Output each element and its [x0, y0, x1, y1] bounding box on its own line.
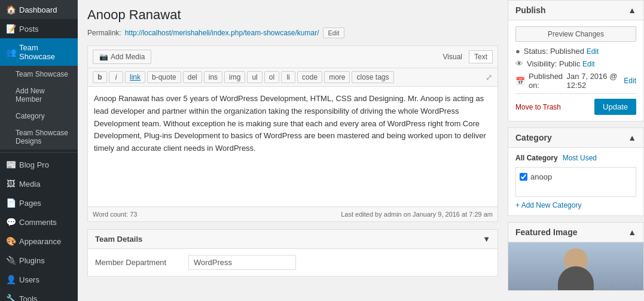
featured-image-preview: [508, 242, 643, 290]
post-title: Anoop Ranawat: [87, 7, 498, 23]
expand-icon[interactable]: ⤢: [486, 72, 493, 82]
comments-icon: 💬: [6, 217, 16, 227]
permalink-edit-button[interactable]: Edit: [323, 28, 345, 38]
update-button[interactable]: Update: [594, 99, 636, 115]
team-details-content: Member Department: [88, 249, 498, 276]
category-label-anoop: anoop: [530, 172, 552, 181]
dashboard-icon: 🏠: [6, 5, 16, 14]
format-bquote[interactable]: b-quote: [147, 71, 181, 83]
preview-changes-button[interactable]: Preview Changes: [515, 26, 636, 42]
calendar-icon: 📅: [515, 77, 525, 86]
publish-status-row: ● Status: Published Edit: [515, 47, 636, 56]
users-icon: 👤: [6, 275, 16, 284]
format-bold[interactable]: b: [93, 71, 107, 83]
category-panel-header[interactable]: Category ▲: [508, 128, 643, 148]
visibility-label: Visibility:: [527, 59, 557, 68]
sidebar-item-tools[interactable]: 🔧 Tools: [0, 289, 78, 301]
editor-toolbar-top: 📷 Add Media Visual Text: [88, 46, 498, 68]
sidebar-divider: [0, 152, 78, 153]
move-trash-link[interactable]: Move to Trash: [515, 103, 561, 111]
publish-panel: Publish ▲ Preview Changes ● Status: Publ…: [508, 0, 644, 121]
cat-tab-all[interactable]: All Category: [515, 154, 558, 162]
sidebar-item-plugins[interactable]: 🔌 Plugins: [0, 251, 78, 270]
cat-tab-most-used[interactable]: Most Used: [563, 154, 597, 162]
format-del[interactable]: del: [183, 71, 202, 83]
tools-icon: 🔧: [6, 294, 16, 301]
tab-visual[interactable]: Visual: [438, 50, 468, 63]
publish-title: Publish: [515, 5, 546, 15]
format-ul[interactable]: ul: [247, 71, 262, 83]
format-code[interactable]: code: [297, 71, 322, 83]
right-sidebar: Publish ▲ Preview Changes ● Status: Publ…: [508, 0, 644, 301]
plugins-icon: 🔌: [6, 256, 16, 265]
sidebar-item-posts[interactable]: 📝 Posts: [0, 19, 78, 38]
visibility-edit-link[interactable]: Edit: [582, 60, 595, 68]
sidebar-item-add-new-member[interactable]: Add New Member: [0, 83, 78, 108]
sidebar-item-users[interactable]: 👤 Users: [0, 270, 78, 289]
member-department-input[interactable]: [188, 255, 296, 270]
sidebar-item-team-showcase-main[interactable]: Team Showcase: [0, 66, 78, 83]
published-value: Jan 7, 2016 @ 12:52: [567, 72, 622, 90]
sidebar-item-appearance[interactable]: 🎨 Appearance: [0, 232, 78, 251]
category-title: Category: [515, 133, 552, 142]
publish-date-row: 📅 Published on: Jan 7, 2016 @ 12:52 Edit: [515, 72, 636, 90]
permalink-row: Permalink: http://localhost/merishaheli/…: [87, 28, 498, 38]
status-label: Status:: [524, 47, 548, 56]
category-chevron-icon: ▲: [628, 133, 636, 142]
category-checkbox-anoop[interactable]: [520, 173, 527, 181]
format-ol[interactable]: ol: [264, 71, 279, 83]
category-list: anoop: [515, 167, 636, 197]
sidebar-item-pages[interactable]: 📄 Pages: [0, 193, 78, 212]
featured-image-title: Featured Image: [515, 227, 577, 237]
sidebar-item-team-showcase-designs[interactable]: Team Showcase Designs: [0, 124, 78, 150]
member-department-label: Member Department: [95, 258, 179, 267]
format-ins[interactable]: ins: [204, 71, 222, 83]
visibility-value: Public: [559, 59, 580, 68]
editor-footer: Word count: 73 Last edited by admin on J…: [88, 206, 498, 221]
category-panel: Category ▲ All Category Most Used anoop: [508, 127, 644, 216]
sidebar: 🏠 Dashboard 📝 Posts 👥 Team Showcase Team…: [0, 0, 78, 301]
category-item: anoop: [520, 171, 632, 183]
featured-image-header[interactable]: Featured Image ▲: [508, 223, 643, 242]
format-close-tags[interactable]: close tags: [352, 71, 393, 83]
format-img[interactable]: img: [224, 71, 245, 83]
editor-content[interactable]: Anoop Ranawat has over 5 years of WordPr…: [88, 87, 498, 206]
team-showcase-icon: 👥: [6, 47, 16, 57]
publish-panel-body: Preview Changes ● Status: Published Edit…: [508, 20, 643, 121]
tab-text[interactable]: Text: [469, 50, 493, 63]
sidebar-item-media[interactable]: 🖼 Media: [0, 174, 78, 193]
format-li[interactable]: li: [281, 71, 295, 83]
publish-panel-header[interactable]: Publish ▲: [508, 1, 643, 20]
eye-icon: 👁: [515, 59, 523, 68]
sidebar-item-comments[interactable]: 💬 Comments: [0, 212, 78, 232]
sidebar-team-group: Team Showcase Add New Member Category Te…: [0, 66, 78, 150]
status-edit-link[interactable]: Edit: [587, 47, 599, 56]
publish-actions: Move to Trash Update: [515, 93, 636, 115]
format-toolbar: b i link b-quote del ins img ul ol li co…: [88, 68, 498, 87]
last-edited: Last edited by admin on January 9, 2016 …: [341, 211, 493, 218]
permalink-label: Permalink:: [87, 29, 121, 37]
main-content: Anoop Ranawat Permalink: http://localhos…: [78, 0, 644, 301]
team-details-title: Team Details: [95, 235, 142, 244]
format-more[interactable]: more: [324, 71, 350, 83]
add-new-category-link[interactable]: + Add New Category: [515, 201, 581, 209]
permalink-url[interactable]: http://localhost/merishaheli/index.php/t…: [125, 29, 319, 37]
sidebar-item-category[interactable]: Category: [0, 108, 78, 124]
add-media-button[interactable]: 📷 Add Media: [93, 50, 151, 64]
person-body: [558, 266, 594, 290]
format-link[interactable]: link: [125, 71, 145, 83]
team-details-chevron: ▼: [483, 235, 490, 244]
editor-text: Anoop Ranawat has over 5 years of WordPr…: [94, 93, 492, 155]
sidebar-item-team-showcase[interactable]: 👥 Team Showcase: [0, 38, 78, 66]
published-edit-link[interactable]: Edit: [624, 77, 636, 85]
published-label: Published on:: [529, 72, 564, 90]
team-details-box: Team Details ▼ Member Department: [87, 229, 498, 276]
word-count: Word count: 73: [93, 211, 137, 218]
sidebar-item-blog-pro[interactable]: 📰 Blog Pro: [0, 155, 78, 174]
sidebar-item-dashboard[interactable]: 🏠 Dashboard: [0, 0, 78, 19]
format-italic[interactable]: i: [109, 71, 123, 83]
pages-icon: 📄: [6, 198, 16, 208]
publish-visibility-row: 👁 Visibility: Public Edit: [515, 59, 636, 68]
team-details-header[interactable]: Team Details ▼: [88, 230, 498, 249]
category-panel-body: All Category Most Used anoop + Add New C…: [508, 148, 643, 215]
